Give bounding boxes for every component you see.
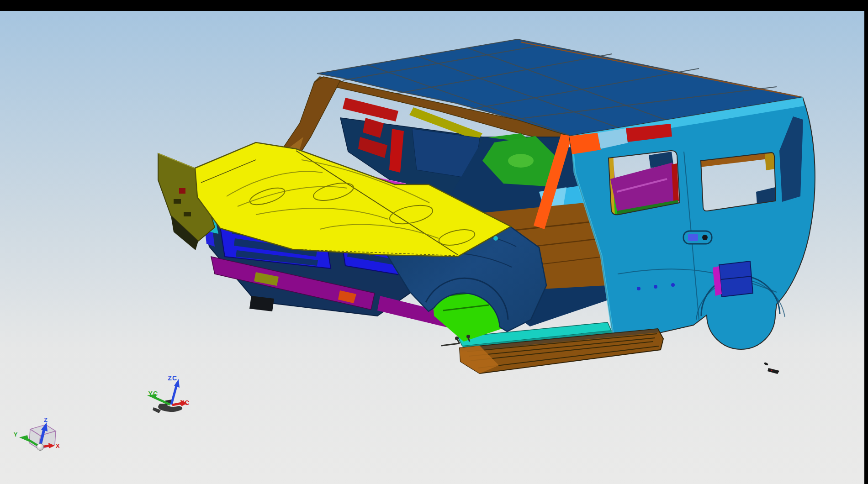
quarter-window-bracket (765, 153, 775, 170)
view-label-y: Y (14, 431, 18, 438)
end-cap-slot (174, 199, 181, 204)
wcs-label-yc: YC (148, 390, 158, 397)
fender-teal-dot (493, 236, 498, 241)
wcs-label-zc: ZC (168, 374, 177, 382)
lower-bracket-dark (249, 296, 274, 311)
handle-blue-insert (688, 234, 698, 241)
plug-dot (654, 285, 657, 289)
cad-viewport[interactable]: ZC YC XC Z Y X (0, 0, 868, 484)
top-black-bar (0, 0, 868, 11)
debris-red-dot (771, 369, 772, 371)
door-handle[interactable] (683, 231, 712, 244)
handle-keyhole (702, 235, 708, 240)
view-label-x: X (56, 442, 60, 449)
plug-dot (671, 283, 675, 287)
view-x-axis[interactable] (43, 446, 49, 447)
end-cap-red-dot (179, 188, 185, 194)
view-origin-sphere[interactable] (37, 444, 44, 451)
right-black-bar (864, 0, 868, 484)
view-label-z: Z (44, 416, 48, 423)
seat-highlight (508, 154, 534, 168)
end-cap-slot (184, 212, 191, 216)
wcs-label-xc: XC (180, 399, 190, 406)
plug-dot (637, 287, 640, 290)
